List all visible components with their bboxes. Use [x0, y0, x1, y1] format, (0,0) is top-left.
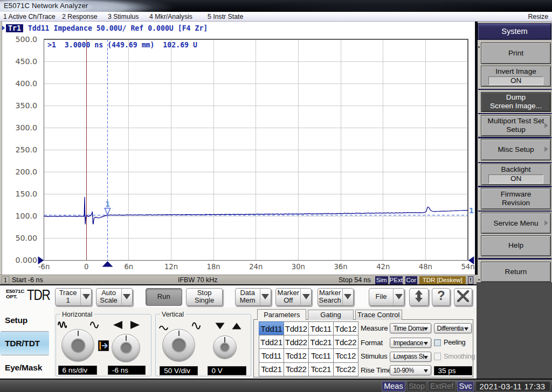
toolbar-button-auto-scale[interactable]: AutoScale [96, 288, 133, 306]
softkey-separator [478, 211, 551, 212]
softkey-misc-setup[interactable]: Misc Setup [481, 139, 551, 161]
logo-opt: OPT. [6, 294, 24, 299]
toolbar-button-updown[interactable] [409, 288, 429, 306]
control-panel: SetupTDR/TDTEye/Mask Horizontal 6 ns/div… [0, 307, 477, 379]
combo-rise-time[interactable]: 10-90% [390, 365, 431, 375]
matrix-cell-tdc12[interactable]: Tdc12 [333, 321, 358, 335]
toolbar-button-label: Run [146, 293, 182, 300]
trace-info-line[interactable]: Tr1 Tdd11 Impedance 50.00U/ Ref 0.000U [… [1, 23, 208, 33]
softkey-multiport-test-set[interactable]: Multiport Test SetSetup [481, 115, 551, 136]
toolbar-button-trace[interactable]: Trace1 [55, 288, 92, 306]
dropdown-arrow-icon[interactable] [260, 289, 271, 305]
matrix-cell-tdd12[interactable]: Tdd12 [284, 321, 309, 335]
toolbar-button-help[interactable]: ? [432, 288, 450, 306]
tdr-chart[interactable]: 500.0450.0400.0350.0300.0250.0200.0150.0… [0, 35, 477, 275]
submenu-arrow-icon [544, 123, 548, 128]
matrix-cell-tcd11[interactable]: Tcd11 [259, 348, 284, 362]
left-edge-strip [0, 22, 2, 284]
softkey-system[interactable]: System [478, 23, 551, 40]
dropdown-arrow-icon[interactable] [342, 289, 353, 305]
combo-measure[interactable]: Time Doma [390, 323, 431, 333]
toolbar-button-marker-search[interactable]: MarkerSearch [318, 288, 354, 306]
checkbox-peeling[interactable] [434, 339, 441, 347]
resize-button[interactable]: Resize [528, 13, 548, 20]
matrix-cell-tdc21[interactable]: Tdc21 [308, 335, 334, 349]
menu-item-1[interactable]: 1 Active Ch/Trace [3, 13, 56, 20]
param-tab-trace-control[interactable]: Trace Control [355, 310, 402, 320]
svg-text:250.0: 250.0 [15, 145, 37, 154]
checkbox-label-smoothing: Smoothing [444, 352, 475, 360]
mode-tab-eye-mask[interactable]: Eye/Mask [0, 357, 49, 379]
toolbar-button-marker-off[interactable]: MarkerOff [275, 288, 312, 306]
dropdown-arrow-icon[interactable] [300, 289, 311, 305]
softkey-label: Dump [506, 93, 526, 102]
param-label-measure: Measure [361, 324, 388, 332]
horizontal-scale-knob[interactable] [61, 329, 94, 362]
softkey-help[interactable]: Help [481, 235, 551, 256]
matrix-cell-tcc22[interactable]: Tcc22 [333, 362, 358, 376]
svg-text:18n: 18n [207, 263, 220, 271]
toolbar-button-file[interactable]: File [369, 288, 405, 306]
trace-info-text: Tdd11 Impedance 50.00U/ Ref 0.000U [F4 Z… [28, 24, 208, 32]
vertical-position-knob-cap [220, 342, 230, 352]
vertical-legend: Vertical [160, 311, 185, 318]
softkey-service-menu[interactable]: Service Menu [481, 213, 551, 234]
toolbar-button-data-mem[interactable]: DataMem [235, 288, 271, 306]
matrix-cell-tcc12[interactable]: Tcc12 [333, 348, 358, 362]
svg-text:24n: 24n [249, 263, 263, 271]
system-badge-stop: Stop [407, 381, 426, 391]
dropdown-arrow-icon[interactable] [80, 289, 91, 305]
system-badge-meas: Meas [382, 381, 405, 391]
toolbar-button-label: File [369, 293, 394, 300]
svg-text:300.0: 300.0 [15, 123, 37, 132]
trace-badge: Tr1 [6, 24, 23, 32]
softkey-invert-image[interactable]: Invert ImageON [481, 66, 551, 87]
matrix-cell-tcd22[interactable]: Tcd22 [284, 362, 309, 376]
vertical-scale-knob[interactable] [162, 329, 195, 362]
softkey-separator [478, 113, 551, 115]
toolbar-button-run[interactable]: Run [146, 288, 183, 306]
dropdown-arrow-icon[interactable] [121, 289, 132, 305]
matrix-cell-tcd21[interactable]: Tcd21 [259, 362, 284, 376]
menu-item-2[interactable]: 2 Response [62, 13, 98, 20]
matrix-cell-tdc22[interactable]: Tdc22 [333, 335, 358, 349]
softkey-firmware[interactable]: FirmwareRevision [481, 188, 551, 209]
position-up-icon [232, 322, 242, 329]
mode-tab-tdr-tdt[interactable]: TDR/TDT [0, 332, 49, 355]
softkey-dump[interactable]: DumpScreen Image... [481, 92, 551, 113]
submenu-arrow-icon [544, 146, 548, 152]
matrix-cell-tdc11[interactable]: Tdc11 [308, 321, 334, 335]
combo-format[interactable]: Impedance [390, 338, 431, 348]
matrix-cell-tdd21[interactable]: Tdd21 [259, 335, 284, 349]
menu-item-4[interactable]: 4 Mkr/Analysis [149, 13, 192, 20]
dropdown-arrow-icon[interactable] [393, 289, 404, 305]
toolbar-button-close[interactable] [454, 288, 472, 306]
horizontal-position-knob[interactable] [112, 334, 140, 362]
softkey-print[interactable]: Print [481, 43, 551, 65]
combo-port-mode[interactable]: Differentia [434, 323, 472, 333]
matrix-cell-tcc21[interactable]: Tcc21 [308, 362, 334, 376]
vertical-position-knob[interactable] [213, 335, 237, 359]
mode-tab-separator [1, 355, 49, 355]
param-tab-parameters[interactable]: Parameters [257, 309, 306, 320]
matrix-cell-tdd11[interactable]: Tdd11 [259, 321, 284, 335]
combo-stimulus[interactable]: Lowpass St [390, 352, 431, 362]
status-bar: 1 Start -6 ns IFBW 70 kHz Stop 54 ns Sim… [0, 275, 478, 284]
menu-item-3[interactable]: 3 Stimulus [108, 13, 139, 20]
param-tab-gating[interactable]: Gating [308, 310, 354, 320]
mode-tab-setup[interactable]: Setup [0, 310, 49, 331]
amplitude-large-icon [192, 321, 201, 330]
softkey-return[interactable]: Return [481, 262, 551, 283]
softkey-label: Backlight [501, 165, 530, 174]
matrix-cell-tdd22[interactable]: Tdd22 [284, 335, 309, 349]
svg-text:6n: 6n [124, 263, 133, 271]
matrix-cell-tcc11[interactable]: Tcc11 [308, 348, 334, 362]
checkbox-smoothing [434, 353, 441, 360]
logo-tdr: TDR [27, 286, 50, 304]
softkey-backlight[interactable]: BacklightON [481, 164, 551, 185]
menu-item-5[interactable]: 5 Instr State [208, 13, 243, 20]
scrollbar-down-arrow-icon[interactable] [478, 279, 480, 281]
scrollbar-up-arrow-icon[interactable] [478, 46, 480, 48]
toolbar-button-stop-single[interactable]: StopSingle [186, 288, 223, 306]
matrix-cell-tcd12[interactable]: Tcd12 [284, 348, 309, 362]
